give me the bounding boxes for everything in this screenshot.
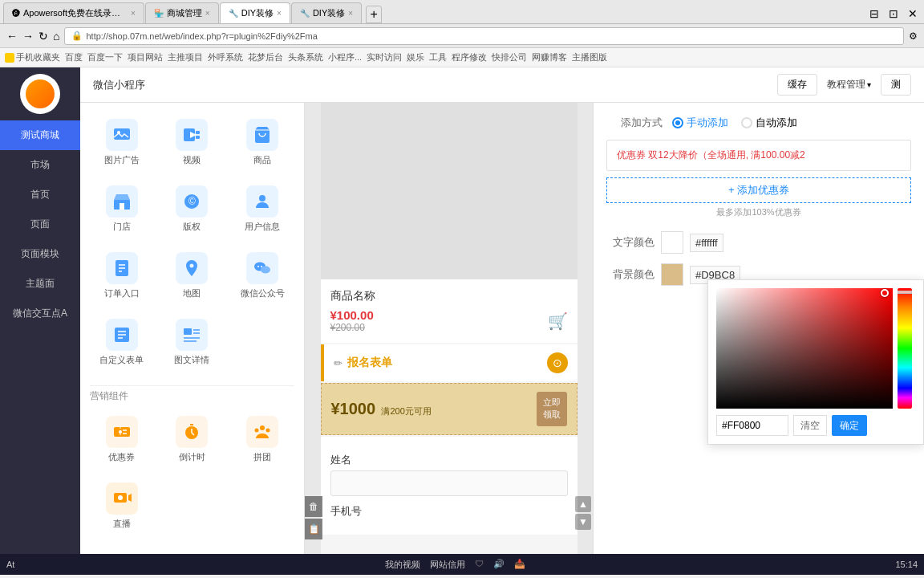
manual-add-option[interactable]: 手动添加 [672,116,728,130]
copy-btn[interactable]: 📋 [305,519,322,539]
comp-wechat[interactable]: 微信公众号 [230,246,294,306]
status-myvideo[interactable]: 我的视频 [385,559,420,571]
comp-map[interactable]: 地图 [160,246,225,306]
comp-copyright[interactable]: © 版权 [160,179,225,239]
bookmark-toutiao[interactable]: 头条系统 [288,51,323,63]
bg-color-swatch[interactable] [661,263,683,286]
coupon-banner-text: 优惠券 双12大降价（全场通用, 满100.00减2 [617,149,805,161]
comp-store-label: 门店 [113,221,131,233]
field-name-input[interactable] [330,470,568,496]
bookmark-seo[interactable]: 快排公司 [492,51,527,63]
comp-group[interactable]: 拼团 [230,409,294,470]
comp-image-text[interactable]: 图文详情 [160,312,225,372]
comp-live[interactable]: 直播 [90,476,154,536]
sidebar-item-wechat[interactable]: 微信交互点A [0,299,80,328]
home-btn[interactable]: ⌂ [53,30,59,43]
comp-countdown[interactable]: 倒计时 [160,409,225,470]
bookmark-baidu2[interactable]: 百度一下 [87,51,123,63]
bookmark-collections[interactable]: 手机收藏夹 [5,51,60,63]
tab-close-btn3[interactable]: × [277,9,282,18]
live-icon [106,482,138,515]
toolbar: 微信小程序 缓存 教程管理 ▾ 测 [80,67,924,103]
tab-close-btn4[interactable]: × [348,9,353,18]
auto-radio-btn[interactable] [741,117,752,128]
comp-userinfo[interactable]: 用户信息 [230,179,294,239]
save-btn[interactable]: 缓存 [777,74,817,96]
comp-store[interactable]: 门店 [90,179,154,239]
comp-coupon[interactable]: 优惠券 [90,409,154,470]
manual-radio-btn[interactable] [672,117,683,128]
scroll-down-btn[interactable]: ▼ [575,514,591,530]
reload-btn[interactable]: ↻ [38,30,48,43]
signup-form-header: ✏ 报名表单 ⊙ [321,344,578,381]
tab-close-btn2[interactable]: × [205,9,210,18]
svg-rect-0 [114,128,130,140]
comp-wechat-label: 微信公众号 [241,287,285,299]
add-coupon-btn[interactable]: + 添加优惠券 [606,177,911,203]
address-bar[interactable]: 🔒 http://shop.07m.net/web/index.php?r=pl… [64,27,904,45]
comp-product[interactable]: 商品 [230,112,294,173]
tab-diy1[interactable]: 🔧 DIY装修 × [220,2,290,23]
bookmark-tools[interactable]: 工具 [429,51,447,63]
max-coupon-note: 最多添加103%优惠券 [606,206,911,218]
sidebar-item-modules[interactable]: 页面模块 [0,239,80,269]
sidebar-item-page[interactable]: 页面 [0,210,80,239]
auto-add-option[interactable]: 自动添加 [741,116,797,130]
text-color-swatch[interactable] [661,231,683,254]
component-panel: 图片广告 视频 商品 [80,103,305,554]
minimize-btn[interactable]: ⊟ [866,6,882,22]
tab-apowersoft[interactable]: 🅐 Apowersoft免费在线录屏 - 免... × [3,2,144,23]
clear-color-btn[interactable]: 清空 [793,415,827,436]
test-btn[interactable]: 测 [881,74,911,96]
bookmark-main[interactable]: 主推项目 [168,51,203,63]
comp-order[interactable]: 订单入口 [90,246,154,306]
comp-video[interactable]: 视频 [160,112,225,173]
extensions-btn[interactable]: ⚙ [909,31,918,42]
bookmark-code[interactable]: 程序修改 [452,51,487,63]
new-tab-btn[interactable]: + [366,6,382,23]
bookmark-anchor[interactable]: 主播图版 [572,51,607,63]
sidebar-item-home[interactable]: 首页 [0,180,80,210]
delete-btn[interactable]: 🗑 [305,496,322,517]
confirm-color-btn[interactable]: 确定 [832,415,867,436]
forward-btn[interactable]: → [22,30,34,43]
sidebar-item-theme[interactable]: 主题面 [0,269,80,299]
sidebar-item-testshop[interactable]: 测试商城 [0,120,80,150]
field-phone-label: 手机号 [330,504,568,519]
coupon-area: ¥1000 满200元可用 立即领取 [321,383,578,435]
back-btn[interactable]: ← [6,30,18,43]
bookmark-project[interactable]: 项目网站 [128,51,163,63]
bookmark-huameng[interactable]: 花梦后台 [248,51,283,63]
bookmark-realtime[interactable]: 实时访问 [367,51,402,63]
bookmark-baidu[interactable]: 百度 [65,51,83,63]
tutorial-btn[interactable]: 教程管理 ▾ [827,78,871,92]
maximize-btn[interactable]: ⊡ [886,6,902,22]
sidebar-item-market[interactable]: 市场 [0,150,80,180]
video-icon [176,119,208,151]
svg-point-17 [261,267,270,274]
tab-diy2[interactable]: 🔧 DIY装修 × [291,2,362,23]
coupon-claim-btn[interactable]: 立即领取 [537,392,567,426]
status-credibility[interactable]: 网站信用 [430,559,465,571]
bookmark-outbound[interactable]: 外呼系统 [208,51,243,63]
color-gradient-area[interactable] [716,288,893,409]
field-phone-row: 手机号 [330,504,568,519]
tab-close-btn[interactable]: × [131,9,136,18]
hue-bar[interactable] [898,288,912,409]
tab-shop-admin[interactable]: 🏪 商城管理 × [145,2,219,23]
scroll-up-btn[interactable]: ▲ [575,496,591,512]
bg-color-label: 背景颜色 [606,267,654,282]
bookmark-miniapp[interactable]: 小程序... [328,51,362,63]
comp-coupon-label: 优惠券 [108,451,135,463]
bookmark-blog[interactable]: 网赚博客 [532,51,567,63]
cart-icon[interactable]: 🛒 [548,311,568,331]
hue-cursor [898,291,912,294]
bookmark-entertainment[interactable]: 娱乐 [407,51,424,63]
comp-custom-form[interactable]: 自定义表单 [90,312,154,372]
close-btn[interactable]: ✕ [905,6,921,22]
hex-input[interactable] [716,415,788,436]
comp-image-ad[interactable]: 图片广告 [90,112,154,173]
coupon-amount-area: ¥1000 满200元可用 [331,400,432,418]
svg-point-38 [266,429,270,433]
product-icon [246,119,278,151]
